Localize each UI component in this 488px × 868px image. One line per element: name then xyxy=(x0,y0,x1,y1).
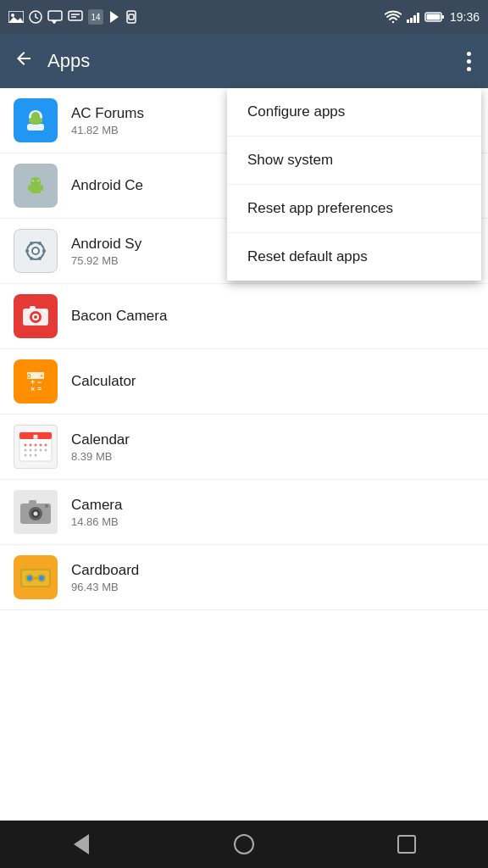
svg-point-55 xyxy=(30,444,32,447)
list-item[interactable]: ▦ Calendar 8.39 MB xyxy=(0,415,488,480)
svg-point-31 xyxy=(25,249,29,253)
svg-point-57 xyxy=(40,444,42,447)
svg-rect-71 xyxy=(29,500,36,505)
svg-point-78 xyxy=(39,576,44,581)
list-item[interactable]: Camera 14.86 MB xyxy=(0,480,488,545)
app-name: Calendar xyxy=(71,431,130,448)
menu-item-reset-app-preferences[interactable]: Reset app preferences xyxy=(227,185,481,233)
app-info-android-ce: Android Ce xyxy=(71,177,143,194)
overflow-menu-button[interactable] xyxy=(463,45,474,78)
app-size: 14.86 MB xyxy=(71,515,122,528)
svg-point-60 xyxy=(30,449,32,452)
app-icon-android-sy xyxy=(14,229,58,273)
svg-point-32 xyxy=(42,249,46,253)
svg-point-66 xyxy=(35,454,37,457)
svg-rect-12 xyxy=(426,14,440,20)
svg-point-62 xyxy=(40,449,42,452)
svg-point-36 xyxy=(38,257,42,260)
back-nav-icon xyxy=(74,834,89,854)
app-icon-camera xyxy=(14,490,58,534)
app-header: Apps xyxy=(0,34,488,88)
app-icon-calendar: ▦ xyxy=(14,425,58,469)
svg-point-34 xyxy=(38,242,42,245)
app-size: 75.92 MB xyxy=(71,254,141,267)
svg-point-64 xyxy=(25,454,27,457)
app-info-ac-forums: AC Forums 41.82 MB xyxy=(71,105,144,136)
app-size: 41.82 MB xyxy=(71,124,144,136)
menu-item-configure-apps[interactable]: Configure apps xyxy=(227,88,481,136)
app-icon-calculator: + 0 + − × = xyxy=(14,359,58,403)
recents-nav-button[interactable] xyxy=(381,827,432,861)
app-info-bacon-camera: Bacon Camera xyxy=(71,308,167,325)
menu-dot-2 xyxy=(467,59,471,64)
svg-text:×: × xyxy=(30,385,35,393)
menu-item-reset-default-apps[interactable]: Reset default apps xyxy=(227,233,481,281)
app-name: Bacon Camera xyxy=(71,308,167,325)
sim-icon xyxy=(125,10,137,24)
svg-point-40 xyxy=(34,315,37,319)
svg-rect-17 xyxy=(31,118,40,125)
time-display: 19:36 xyxy=(450,10,480,24)
overflow-menu: Configure apps Show system Reset app pre… xyxy=(227,88,481,281)
app-info-android-sy: Android Sy 75.92 MB xyxy=(71,236,141,267)
svg-rect-23 xyxy=(40,185,43,191)
svg-marker-7 xyxy=(110,11,119,23)
svg-point-63 xyxy=(45,449,47,452)
back-button[interactable] xyxy=(14,48,34,74)
svg-rect-18 xyxy=(29,118,32,123)
messages-icon xyxy=(47,10,63,24)
header-left: Apps xyxy=(14,48,90,74)
svg-point-33 xyxy=(30,242,33,245)
app-icon-cardboard xyxy=(14,555,58,599)
app-info-camera: Camera 14.86 MB xyxy=(71,497,122,528)
app-size: 8.39 MB xyxy=(71,450,130,463)
clock-icon xyxy=(29,10,42,24)
svg-rect-3 xyxy=(48,11,62,20)
bottom-navigation xyxy=(0,821,488,868)
back-nav-button[interactable] xyxy=(56,827,107,861)
status-bar-right: 19:36 xyxy=(385,10,480,24)
page-title: Apps xyxy=(47,50,90,72)
app-info-cardboard: Cardboard 96.43 MB xyxy=(71,562,139,593)
date-badge: 14 xyxy=(88,9,103,25)
list-item[interactable]: + 0 + − × = Calculator xyxy=(0,349,488,415)
svg-text:▦: ▦ xyxy=(33,434,38,439)
app-name: AC Forums xyxy=(71,105,144,122)
svg-point-77 xyxy=(27,576,32,581)
svg-text:=: = xyxy=(37,385,42,393)
svg-point-42 xyxy=(43,309,47,313)
svg-rect-4 xyxy=(69,11,82,20)
app-name: Cardboard xyxy=(71,562,139,579)
svg-point-70 xyxy=(34,512,38,516)
signal-bars xyxy=(407,11,419,23)
svg-point-1 xyxy=(11,14,14,17)
status-bar-left: 14 xyxy=(8,9,137,25)
app-name: Android Sy xyxy=(71,236,141,253)
svg-rect-11 xyxy=(441,15,444,19)
app-name: Camera xyxy=(71,497,122,514)
svg-rect-41 xyxy=(30,306,36,310)
svg-point-54 xyxy=(25,444,27,447)
svg-point-35 xyxy=(30,257,33,260)
menu-dot-1 xyxy=(467,52,471,56)
recents-nav-icon xyxy=(397,835,416,854)
svg-rect-9 xyxy=(129,14,134,19)
menu-item-show-system[interactable]: Show system xyxy=(227,136,481,185)
svg-rect-21 xyxy=(30,185,41,193)
svg-rect-15 xyxy=(27,124,44,131)
play-store-icon xyxy=(108,10,120,24)
list-item[interactable]: Cardboard 96.43 MB xyxy=(0,545,488,610)
svg-point-59 xyxy=(25,449,27,452)
svg-rect-22 xyxy=(28,185,31,191)
app-icon-android-ce xyxy=(14,164,58,208)
home-nav-button[interactable] xyxy=(219,827,269,861)
app-info-calendar: Calendar 8.39 MB xyxy=(71,431,130,463)
svg-rect-19 xyxy=(39,118,42,123)
list-item[interactable]: Bacon Camera xyxy=(0,284,488,349)
gallery-icon xyxy=(8,11,24,23)
menu-dot-3 xyxy=(467,67,471,71)
svg-point-56 xyxy=(35,444,37,447)
home-nav-icon xyxy=(234,834,254,854)
svg-point-58 xyxy=(45,444,47,447)
app-size: 96.43 MB xyxy=(71,581,139,593)
